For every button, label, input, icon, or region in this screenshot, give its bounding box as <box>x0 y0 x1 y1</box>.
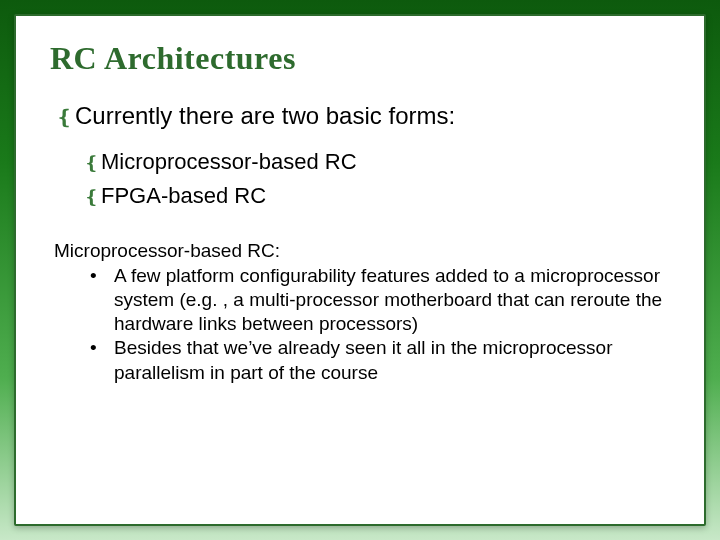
body-bullet: A few platform configurability features … <box>90 264 670 337</box>
tilde-icon: ❴ <box>84 150 99 178</box>
sub-item-text: Microprocessor-based RC <box>101 149 357 174</box>
sub-item: ❴Microprocessor-based RC <box>84 145 670 179</box>
sub-item-text: FPGA-based RC <box>101 183 266 208</box>
sub-item: ❴FPGA-based RC <box>84 179 670 213</box>
slide-title: RC Architectures <box>50 40 670 77</box>
lead-line: ❴Currently there are two basic forms: <box>56 101 670 131</box>
sub-list: ❴Microprocessor-based RC ❴FPGA-based RC <box>84 145 670 213</box>
body-bullet: Besides that we’ve already seen it all i… <box>90 336 670 385</box>
slide-card: RC Architectures ❴Currently there are tw… <box>14 14 706 526</box>
tilde-icon: ❴ <box>56 105 73 130</box>
body-bullets: A few platform configurability features … <box>90 264 670 386</box>
lead-text: Currently there are two basic forms: <box>75 102 455 129</box>
body-heading: Microprocessor-based RC: <box>54 239 670 263</box>
body-block: Microprocessor-based RC: A few platform … <box>54 239 670 385</box>
tilde-icon: ❴ <box>84 184 99 212</box>
